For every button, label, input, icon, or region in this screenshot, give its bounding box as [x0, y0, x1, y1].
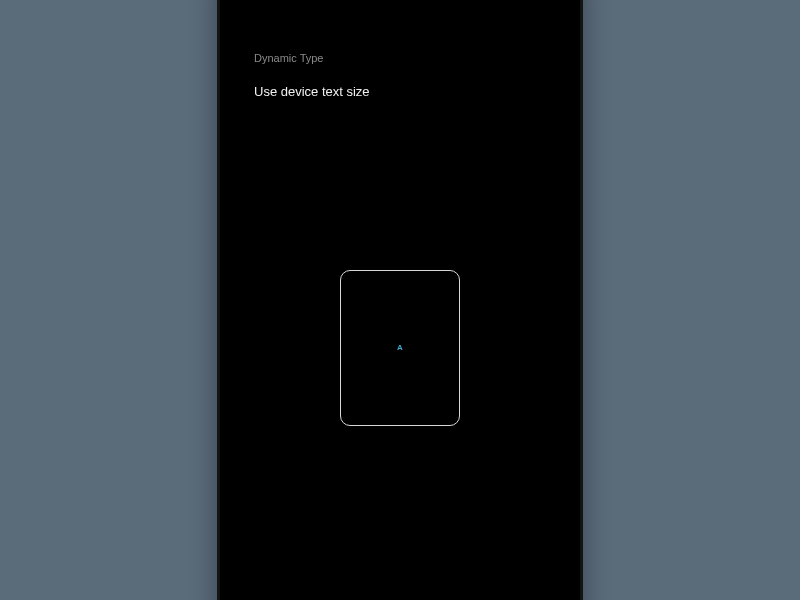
- preview-glyph: A: [397, 343, 403, 352]
- screen: TEXT ADJUST Dynamic Type Use device text…: [220, 0, 580, 600]
- preview-box: A: [340, 270, 460, 426]
- phone-frame: TEXT ADJUST Dynamic Type Use device text…: [220, 0, 580, 600]
- preview-area: A: [220, 119, 580, 576]
- dynamic-type-section: Dynamic Type Use device text size: [220, 52, 580, 99]
- section-label: Dynamic Type: [254, 52, 546, 64]
- use-device-text-size-option[interactable]: Use device text size: [254, 84, 546, 99]
